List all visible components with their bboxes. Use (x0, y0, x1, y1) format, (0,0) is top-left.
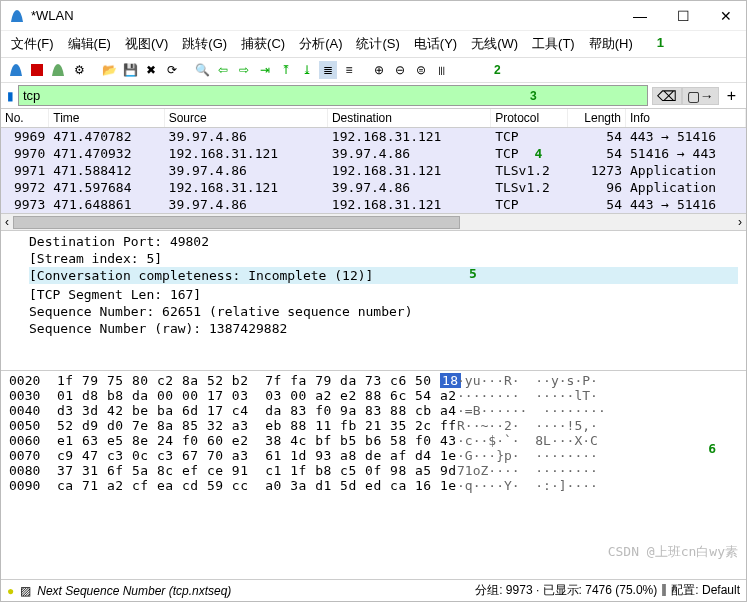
reload-icon[interactable]: ⟳ (163, 61, 181, 79)
restart-capture-icon[interactable] (49, 61, 67, 79)
hex-row[interactable]: 0060e1 63 e5 8e 24 f0 60 e2 38 4c bf b5 … (9, 433, 738, 448)
menu-wireless[interactable]: 无线(W) (471, 35, 518, 53)
menu-capture[interactable]: 捕获(C) (241, 35, 285, 53)
menu-view[interactable]: 视图(V) (125, 35, 168, 53)
hex-row[interactable]: 008037 31 6f 5a 8c ef ce 91 c1 1f b8 c5 … (9, 463, 738, 478)
statusbar: ● ▨ Next Sequence Number (tcp.nxtseq) 分组… (1, 579, 746, 601)
open-file-icon[interactable]: 📂 (100, 61, 118, 79)
close-file-icon[interactable]: ✖ (142, 61, 160, 79)
detail-line[interactable]: [TCP Segment Len: 167] (29, 286, 738, 303)
detail-line[interactable]: Sequence Number (raw): 1387429882 (29, 320, 738, 337)
packet-row[interactable]: 9973471.64886139.97.4.86192.168.31.121TC… (1, 196, 746, 213)
clear-filter-icon[interactable]: ⌫ (653, 88, 681, 104)
bookmark-icon[interactable]: ▮ (7, 89, 14, 103)
hex-row[interactable]: 0070c9 47 c3 0c c3 67 70 a3 61 1d 93 a8 … (9, 448, 738, 463)
packet-bytes-pane[interactable]: 00201f 79 75 80 c2 8a 52 b2 7f fa 79 da … (1, 371, 746, 579)
hex-row[interactable]: 0040d3 3d 42 be ba 6d 17 c4 da 83 f0 9a … (9, 403, 738, 418)
last-icon[interactable]: ⤓ (298, 61, 316, 79)
packet-row[interactable]: 9972471.597684192.168.31.12139.97.4.86TL… (1, 179, 746, 196)
app-icon (9, 8, 25, 24)
detail-line-selected[interactable]: [Conversation completeness: Incomplete (… (29, 267, 738, 284)
col-no[interactable]: No. (1, 109, 49, 127)
menubar: 文件(F) 编辑(E) 视图(V) 跳转(G) 捕获(C) 分析(A) 统计(S… (1, 31, 746, 57)
zoom-in-icon[interactable]: ⊕ (370, 61, 388, 79)
annotation-2: 2 (494, 63, 501, 77)
detail-line[interactable]: Sequence Number: 62651 (relative sequenc… (29, 303, 738, 320)
horizontal-scrollbar[interactable]: ‹› (1, 213, 746, 230)
display-filter-input[interactable] (18, 85, 648, 106)
apply-filter-icon[interactable]: ▢→ (683, 88, 718, 104)
watermark: CSDN @上班cn白wy素 (608, 543, 738, 561)
annotation-3: 3 (530, 89, 537, 103)
status-packets: 分组: 9973 · 已显示: 7476 (75.0%) (475, 582, 657, 599)
autoscroll-icon[interactable]: ≣ (319, 61, 337, 79)
menu-help[interactable]: 帮助(H) (589, 35, 633, 53)
menu-go[interactable]: 跳转(G) (182, 35, 227, 53)
hex-row[interactable]: 0090ca 71 a2 cf ea cd 59 cc a0 3a d1 5d … (9, 478, 738, 493)
packet-row[interactable]: 9969471.47078239.97.4.86192.168.31.121TC… (1, 128, 746, 145)
detail-line[interactable]: Destination Port: 49802 (29, 233, 738, 250)
annotation-5: 5 (469, 266, 477, 281)
add-filter-icon[interactable]: + (723, 87, 740, 105)
col-src[interactable]: Source (165, 109, 328, 127)
zoom-reset-icon[interactable]: ⊜ (412, 61, 430, 79)
menu-edit[interactable]: 编辑(E) (68, 35, 111, 53)
hex-row[interactable]: 005052 d9 d0 7e 8a 85 32 a3 eb 88 11 fb … (9, 418, 738, 433)
hex-row[interactable]: 00201f 79 75 80 c2 8a 52 b2 7f fa 79 da … (9, 373, 738, 388)
window-title: *WLAN (31, 8, 627, 23)
maximize-button[interactable]: ☐ (671, 6, 696, 26)
menu-tools[interactable]: 工具(T) (532, 35, 575, 53)
zoom-out-icon[interactable]: ⊖ (391, 61, 409, 79)
packet-details-pane[interactable]: Destination Port: 49802 [Stream index: 5… (1, 231, 746, 371)
menu-tel[interactable]: 电话(Y) (414, 35, 457, 53)
forward-icon[interactable]: ⇨ (235, 61, 253, 79)
stop-capture-icon[interactable] (28, 61, 46, 79)
resize-columns-icon[interactable]: ⫼ (433, 61, 451, 79)
hex-row[interactable]: 003001 d8 b8 da 00 00 17 03 03 00 a2 e2 … (9, 388, 738, 403)
minimize-button[interactable]: — (627, 6, 653, 26)
menu-stats[interactable]: 统计(S) (356, 35, 399, 53)
packet-row[interactable]: 9970471.470932192.168.31.12139.97.4.86TC… (1, 145, 746, 162)
svg-rect-0 (31, 64, 43, 76)
packet-row[interactable]: 9971471.58841239.97.4.86192.168.31.121TL… (1, 162, 746, 179)
first-icon[interactable]: ⤒ (277, 61, 295, 79)
col-dst[interactable]: Destination (328, 109, 491, 127)
menu-file[interactable]: 文件(F) (11, 35, 54, 53)
annotation-6: 6 (708, 441, 716, 456)
col-time[interactable]: Time (49, 109, 164, 127)
toolbar: ⚙ 📂 💾 ✖ ⟳ 🔍 ⇦ ⇨ ⇥ ⤒ ⤓ ≣ ≡ ⊕ ⊖ ⊜ ⫼ 2 (1, 57, 746, 83)
close-button[interactable]: ✕ (714, 6, 738, 26)
col-info[interactable]: Info (626, 109, 746, 127)
jump-icon[interactable]: ⇥ (256, 61, 274, 79)
menu-analyze[interactable]: 分析(A) (299, 35, 342, 53)
back-icon[interactable]: ⇦ (214, 61, 232, 79)
status-field: Next Sequence Number (tcp.nxtseq) (37, 584, 231, 598)
status-profile[interactable]: 配置: Default (671, 582, 740, 599)
save-file-icon[interactable]: 💾 (121, 61, 139, 79)
options-icon[interactable]: ⚙ (70, 61, 88, 79)
annotation-1: 1 (657, 35, 664, 53)
col-len[interactable]: Length (568, 109, 626, 127)
titlebar: *WLAN — ☐ ✕ (1, 1, 746, 31)
col-proto[interactable]: Protocol (491, 109, 568, 127)
packet-list-header: No. Time Source Destination Protocol Len… (1, 109, 746, 128)
packet-list-pane: No. Time Source Destination Protocol Len… (1, 108, 746, 231)
expert-icon[interactable]: ● (7, 584, 14, 598)
colorize-icon[interactable]: ≡ (340, 61, 358, 79)
capture-icon[interactable]: ▨ (20, 584, 31, 598)
filter-bar: ▮ 3 ⌫ ▢→ + (1, 83, 746, 108)
detail-line[interactable]: [Stream index: 5] (29, 250, 738, 267)
find-icon[interactable]: 🔍 (193, 61, 211, 79)
start-capture-icon[interactable] (7, 61, 25, 79)
